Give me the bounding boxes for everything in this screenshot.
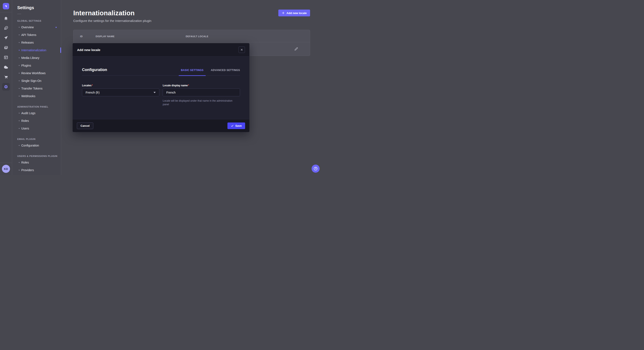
locales-label: Locales* — [82, 84, 159, 87]
required-asterisk: * — [92, 84, 93, 87]
sidebar-item-label: Plugins — [21, 64, 31, 67]
tab-advanced-settings[interactable]: ADVANCED SETTINGS — [211, 69, 240, 72]
page-header: Internationalization Configure the setti… — [61, 0, 322, 22]
media-library-icon[interactable] — [2, 44, 10, 51]
sidebar-item-label: Providers — [21, 169, 34, 172]
modal-title: Add new locale — [77, 48, 100, 52]
locales-field-group: Locales* French (fr) — [82, 84, 159, 106]
feather-icon[interactable] — [2, 24, 10, 32]
sidebar-item-label: Roles — [21, 119, 29, 123]
bullet-icon — [19, 80, 20, 81]
configuration-header: Configuration BASIC SETTINGS ADVANCED SE… — [82, 57, 240, 75]
sidebar-item-label: Internationalization — [21, 48, 46, 52]
plus-icon — [282, 11, 285, 14]
sidebar-item-providers[interactable]: Providers — [12, 166, 61, 174]
modal-header: Add new locale — [72, 43, 250, 57]
sidebar-item-label: Webhooks — [21, 94, 35, 98]
bullet-icon — [19, 57, 20, 58]
locales-select-value: French (fr) — [86, 91, 100, 94]
modal-close-button[interactable] — [238, 47, 245, 53]
sidebar-item-label: Configuration — [21, 144, 39, 147]
sidebar-section-label: USERS & PERMISSIONS PLUGIN — [17, 155, 61, 157]
sidebar-item-plugins[interactable]: Plugins — [12, 62, 61, 69]
configuration-title: Configuration — [82, 68, 107, 72]
bullet-icon — [19, 34, 20, 35]
bullet-icon — [19, 96, 20, 97]
display-name-hint: Locale will be displayed under that name… — [163, 99, 237, 106]
bullet-icon — [19, 162, 20, 163]
cancel-button[interactable]: Cancel — [77, 123, 93, 129]
locales-select[interactable]: French (fr) — [82, 88, 159, 96]
paper-plane-icon[interactable] — [2, 34, 10, 42]
rail-bottom: KD — [0, 163, 12, 175]
sidebar-item-internationalization[interactable]: Internationalization — [12, 46, 61, 54]
sidebar-item-review-workflows[interactable]: Review Workflows — [12, 69, 61, 77]
sidebar-item-roles[interactable]: Roles — [12, 159, 61, 166]
user-avatar[interactable]: KD — [2, 165, 10, 173]
sidebar-item-label: Releases — [21, 41, 34, 44]
sidebar-item-label: Transfer Tokens — [21, 87, 42, 90]
strapi-logo[interactable] — [3, 3, 9, 9]
sidebar-item-label: Audit Logs — [21, 111, 35, 115]
bullet-icon — [19, 27, 20, 28]
edit-locale-button[interactable] — [293, 45, 300, 52]
cloud-icon[interactable] — [2, 63, 10, 71]
save-button[interactable]: Save — [228, 123, 245, 129]
sidebar-section-label: ADMINISTRATION PANEL — [17, 105, 61, 108]
sidebar-item-audit-logs[interactable]: Audit Logs — [12, 109, 61, 117]
sidebar-section-label: EMAIL PLUGIN — [17, 138, 61, 140]
home-icon[interactable] — [2, 14, 10, 22]
sidebar-item-label: Users — [21, 127, 29, 130]
locale-form: Locales* French (fr) Locale display name… — [82, 84, 240, 106]
add-new-locale-label: Add new locale — [286, 11, 307, 15]
help-button[interactable] — [312, 165, 320, 173]
help-circle-icon — [314, 167, 318, 171]
page-subtitle: Configure the settings for the Internati… — [73, 19, 310, 22]
modal-body: Configuration BASIC SETTINGS ADVANCED SE… — [72, 57, 250, 119]
sidebar-item-single-sign-on[interactable]: Single Sign-On — [12, 77, 61, 85]
required-asterisk: * — [188, 84, 189, 87]
modal-footer: Cancel Save — [72, 119, 250, 132]
sidebar-item-overview[interactable]: Overview — [12, 23, 61, 31]
sidebar-item-transfer-tokens[interactable]: Transfer Tokens — [12, 85, 61, 92]
display-name-input[interactable] — [163, 88, 240, 96]
sidebar-item-media-library[interactable]: Media Library — [12, 54, 61, 62]
sidebar-item-webhooks[interactable]: Webhooks — [12, 92, 61, 100]
layout-icon[interactable] — [2, 54, 10, 61]
bullet-icon — [19, 145, 20, 146]
sidebar-item-label: API Tokens — [21, 33, 36, 37]
column-id: ID — [80, 35, 83, 38]
page-title: Internationalization — [73, 9, 310, 17]
marketplace-cart-icon[interactable] — [2, 73, 10, 81]
notification-dot — [56, 27, 57, 28]
display-name-field-group: Locale display name* Locale will be disp… — [163, 84, 240, 106]
sidebar-item-configuration[interactable]: Configuration — [12, 142, 61, 149]
add-locale-modal: Add new locale Configuration BASIC SETTI… — [72, 43, 250, 132]
pencil-icon — [294, 47, 298, 51]
display-name-label: Locale display name* — [163, 84, 240, 87]
sidebar-item-label: Overview — [21, 25, 34, 29]
sidebar-item-label: Review Workflows — [21, 71, 46, 75]
settings-icon[interactable] — [2, 83, 10, 91]
sidebar-item-roles[interactable]: Roles — [12, 117, 61, 125]
sidebar-item-label: Single Sign-On — [21, 79, 41, 82]
rail-nav — [2, 14, 10, 91]
save-label: Save — [235, 124, 242, 127]
sidebar-section-label: GLOBAL SETTINGS — [17, 19, 61, 22]
column-display-name: DISPLAY NAME — [96, 35, 114, 38]
sidebar-item-users[interactable]: Users — [12, 125, 61, 132]
sidebar-item-label: Media Library — [21, 56, 40, 59]
sidebar-item-releases[interactable]: Releases — [12, 39, 61, 46]
add-new-locale-button[interactable]: Add new locale — [278, 9, 310, 16]
sidebar-title-divider — [17, 14, 21, 14]
sidebar-sections: GLOBAL SETTINGSOverviewAPI TokensRelease… — [12, 19, 61, 174]
tab-basic-settings[interactable]: BASIC SETTINGS — [181, 69, 204, 72]
check-icon — [231, 124, 234, 127]
bullet-icon — [19, 73, 20, 74]
locales-table-header: ID DISPLAY NAME DEFAULT LOCALE — [74, 30, 310, 42]
bullet-icon — [19, 65, 20, 66]
bullet-icon — [19, 170, 20, 171]
sidebar-item-api-tokens[interactable]: API Tokens — [12, 31, 61, 39]
sidebar-title: Settings — [17, 5, 61, 10]
settings-tabs: BASIC SETTINGS ADVANCED SETTINGS — [181, 69, 240, 72]
